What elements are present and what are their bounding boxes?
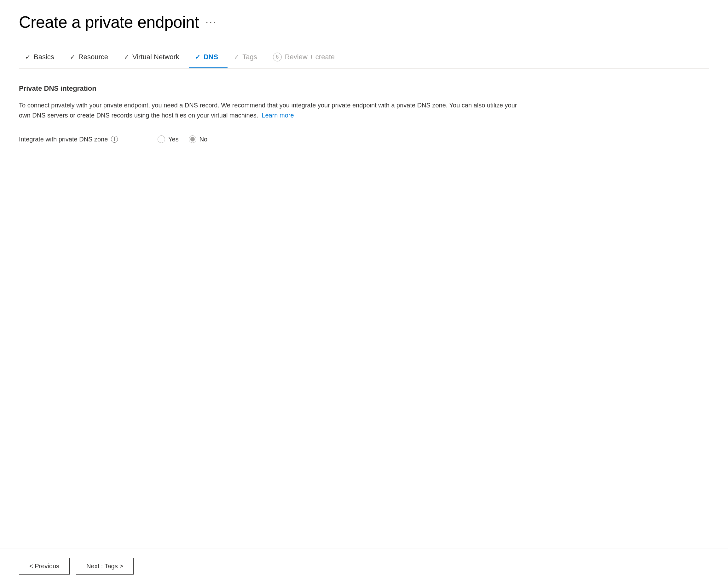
tab-resource-check: ✓ bbox=[70, 53, 75, 61]
tab-dns[interactable]: ✓ DNS bbox=[189, 48, 228, 68]
description-text: To connect privately with your private e… bbox=[19, 100, 523, 120]
section-title: Private DNS integration bbox=[19, 84, 709, 92]
radio-yes-circle bbox=[158, 135, 165, 143]
radio-no-label: No bbox=[200, 136, 208, 143]
tab-dns-label: DNS bbox=[204, 53, 218, 61]
page-title-row: Create a private endpoint ··· bbox=[19, 12, 709, 31]
field-row: Integrate with private DNS zone i Yes No bbox=[19, 135, 709, 143]
tab-review-num: 6 bbox=[273, 53, 282, 61]
tab-review-label: Review + create bbox=[285, 53, 335, 61]
wizard-tabs: ✓ Basics ✓ Resource ✓ Virtual Network ✓ … bbox=[19, 47, 709, 69]
tab-tags[interactable]: ✓ Tags bbox=[228, 48, 266, 68]
tab-basics-label: Basics bbox=[34, 53, 54, 61]
tab-basics[interactable]: ✓ Basics bbox=[19, 48, 64, 68]
learn-more-link[interactable]: Learn more bbox=[262, 112, 294, 119]
tab-virtual-network-label: Virtual Network bbox=[132, 53, 179, 61]
tab-basics-check: ✓ bbox=[25, 53, 31, 61]
tab-tags-label: Tags bbox=[242, 53, 257, 61]
next-button[interactable]: Next : Tags > bbox=[76, 558, 134, 575]
tab-virtual-network[interactable]: ✓ Virtual Network bbox=[118, 48, 189, 68]
page-title-ellipsis: ··· bbox=[205, 16, 216, 29]
radio-group: Yes No bbox=[158, 135, 207, 143]
tab-virtual-network-check: ✓ bbox=[124, 53, 129, 61]
radio-yes-label: Yes bbox=[168, 136, 179, 143]
previous-button[interactable]: < Previous bbox=[19, 558, 70, 575]
footer: < Previous Next : Tags > bbox=[0, 548, 728, 584]
field-label: Integrate with private DNS zone i bbox=[19, 136, 145, 143]
radio-no[interactable]: No bbox=[189, 135, 208, 143]
tab-dns-check: ✓ bbox=[195, 53, 201, 61]
content-area: Private DNS integration To connect priva… bbox=[19, 84, 709, 548]
tab-review-create[interactable]: 6 Review + create bbox=[267, 48, 344, 69]
radio-yes[interactable]: Yes bbox=[158, 135, 179, 143]
tab-resource-label: Resource bbox=[78, 53, 108, 61]
field-label-text: Integrate with private DNS zone bbox=[19, 136, 108, 143]
page-container: Create a private endpoint ··· ✓ Basics ✓… bbox=[0, 0, 728, 548]
radio-no-circle bbox=[189, 135, 196, 143]
tab-tags-check: ✓ bbox=[234, 53, 239, 61]
page-title: Create a private endpoint bbox=[19, 12, 199, 31]
tab-resource[interactable]: ✓ Resource bbox=[64, 48, 118, 68]
info-icon[interactable]: i bbox=[111, 136, 118, 143]
